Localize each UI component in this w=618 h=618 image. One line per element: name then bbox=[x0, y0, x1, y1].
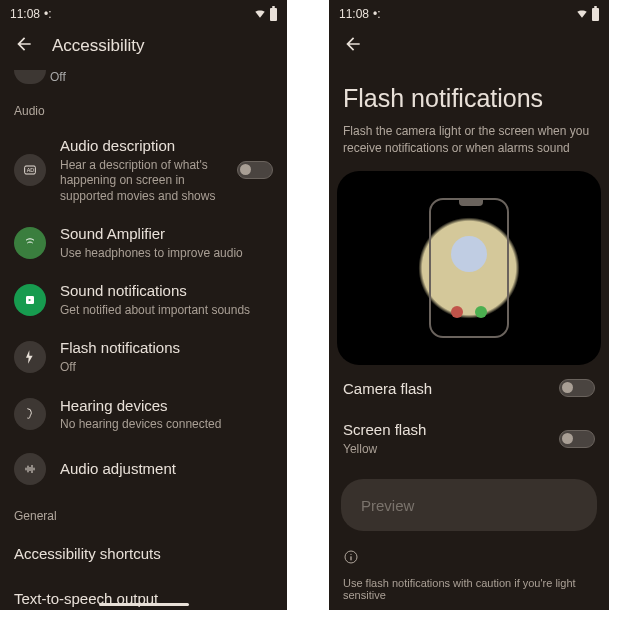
status-bar: 11:08•: bbox=[0, 0, 287, 24]
flash-icon bbox=[14, 341, 46, 373]
audio-desc-title: Audio description bbox=[60, 136, 223, 156]
hearing-sub: No hearing devices connected bbox=[60, 417, 273, 433]
illus-flash-dot-icon bbox=[451, 236, 487, 272]
sound-amp-sub: Use headphones to improve audio bbox=[60, 246, 273, 262]
status-bar: 11:08•: bbox=[329, 0, 609, 24]
audio-description-icon: AD bbox=[14, 154, 46, 186]
audio-desc-toggle[interactable] bbox=[237, 161, 273, 179]
audio-desc-sub: Hear a description of what's happening o… bbox=[60, 158, 223, 205]
illus-red-dot-icon bbox=[451, 306, 463, 318]
app-header: Accessibility bbox=[0, 24, 287, 70]
row-screen-flash[interactable]: Screen flash Yellow bbox=[329, 406, 609, 465]
back-arrow-icon[interactable] bbox=[14, 34, 34, 58]
row-audio-description[interactable]: AD Audio description Hear a description … bbox=[0, 126, 287, 214]
sound-notif-title: Sound notifications bbox=[60, 281, 273, 301]
status-time: 11:08 bbox=[10, 7, 40, 21]
wifi-icon bbox=[253, 6, 267, 23]
row-hearing-devices[interactable]: Hearing devices No hearing devices conne… bbox=[0, 386, 287, 443]
battery-icon bbox=[270, 8, 277, 21]
audio-adj-title: Audio adjustment bbox=[60, 459, 273, 479]
section-audio: Audio bbox=[0, 90, 287, 126]
back-arrow-icon[interactable] bbox=[343, 34, 363, 58]
screen-flash-sub: Yellow bbox=[343, 442, 426, 458]
row-camera-flash[interactable]: Camera flash bbox=[329, 365, 609, 407]
preview-label: Preview bbox=[361, 497, 414, 514]
screen-flash-label: Screen flash bbox=[343, 420, 426, 440]
page-title: Flash notifications bbox=[329, 58, 609, 123]
sound-amp-title: Sound Amplifier bbox=[60, 224, 273, 244]
wifi-icon bbox=[575, 6, 589, 23]
camera-flash-toggle[interactable] bbox=[559, 379, 595, 397]
info-icon bbox=[343, 551, 359, 568]
hearing-title: Hearing devices bbox=[60, 396, 273, 416]
illustration bbox=[337, 171, 601, 365]
sound-notifications-icon bbox=[14, 284, 46, 316]
preview-button[interactable]: Preview bbox=[341, 479, 597, 531]
svg-text:AD: AD bbox=[27, 167, 35, 173]
sound-notif-sub: Get notified about important sounds bbox=[60, 303, 273, 319]
status-dots: •: bbox=[373, 7, 381, 21]
row-sound-amplifier[interactable]: Sound Amplifier Use headphones to improv… bbox=[0, 214, 287, 271]
flash-notif-sub: Off bbox=[60, 360, 273, 376]
audio-adjustment-icon bbox=[14, 453, 46, 485]
caution-text: Use flash notifications with caution if … bbox=[329, 573, 609, 601]
svg-rect-5 bbox=[350, 557, 351, 561]
flash-notifications-screen: 11:08•: Flash notifications Flash the ca… bbox=[329, 0, 609, 610]
flash-notif-title: Flash notifications bbox=[60, 338, 273, 358]
svg-point-4 bbox=[350, 554, 351, 555]
app-header bbox=[329, 24, 609, 58]
hearing-icon bbox=[14, 398, 46, 430]
page-subtitle: Flash the camera light or the screen whe… bbox=[329, 123, 609, 171]
accessibility-screen: 11:08•: Accessibility Off Audio AD Audio… bbox=[0, 0, 287, 610]
status-time: 11:08 bbox=[339, 7, 369, 21]
page-title: Accessibility bbox=[52, 36, 145, 56]
illus-green-dot-icon bbox=[475, 306, 487, 318]
status-dots: •: bbox=[44, 7, 52, 21]
sound-amplifier-icon bbox=[14, 227, 46, 259]
row-flash-notifications[interactable]: Flash notifications Off bbox=[0, 328, 287, 385]
section-general: General bbox=[0, 495, 287, 531]
nav-handle[interactable] bbox=[99, 603, 189, 606]
battery-icon bbox=[592, 8, 599, 21]
row-sound-notifications[interactable]: Sound notifications Get notified about i… bbox=[0, 271, 287, 328]
illus-phone-icon bbox=[429, 198, 509, 338]
camera-flash-label: Camera flash bbox=[343, 379, 432, 399]
row-shortcuts[interactable]: Accessibility shortcuts bbox=[0, 531, 287, 576]
screen-flash-toggle[interactable] bbox=[559, 430, 595, 448]
row-audio-adjustment[interactable]: Audio adjustment bbox=[0, 443, 287, 495]
info-icon-row bbox=[329, 531, 609, 573]
